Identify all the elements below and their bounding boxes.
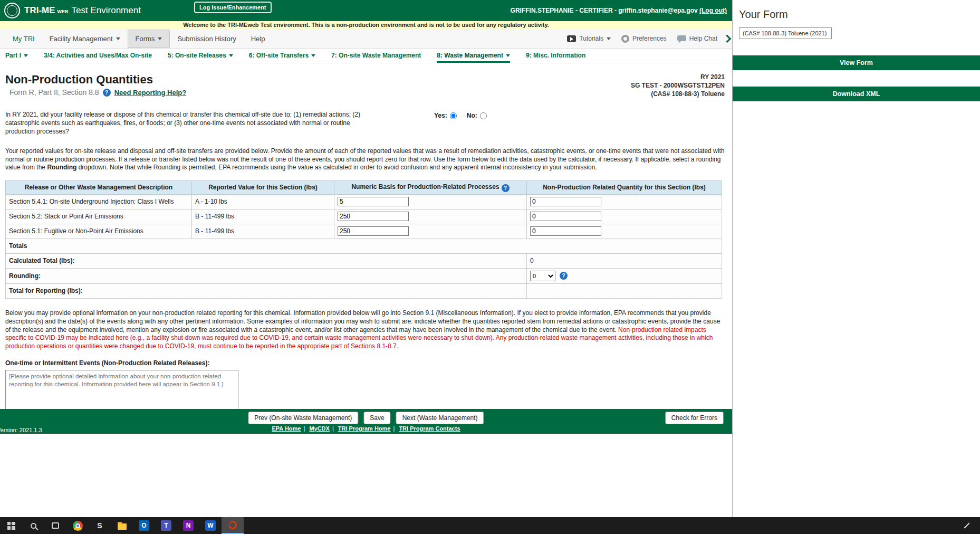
subnav-onsite-releases[interactable]: 5: On-site Releases bbox=[168, 52, 233, 63]
help-chat-menu[interactable]: Help Chat bbox=[677, 35, 717, 42]
download-xml-button[interactable]: Download XML bbox=[733, 87, 980, 101]
start-button[interactable] bbox=[0, 517, 22, 534]
events-wrap: (4000/4000 characters remaining.) bbox=[5, 367, 240, 409]
teams-glyph: T bbox=[164, 522, 168, 529]
main-nav: My TRI Facility Management Forms Submiss… bbox=[0, 29, 732, 49]
file-explorer-button[interactable] bbox=[111, 517, 133, 534]
caret-down-icon bbox=[24, 54, 28, 57]
numeric-basis-input[interactable] bbox=[338, 212, 409, 221]
calculated-total-label: Calculated Total (lbs): bbox=[6, 253, 527, 268]
chrome-taskbar-button[interactable] bbox=[66, 517, 89, 534]
logout-link[interactable]: (Log out) bbox=[699, 7, 727, 14]
caret-down-icon bbox=[607, 37, 611, 40]
caret-down-icon bbox=[116, 37, 120, 40]
nav-label: Submission History bbox=[177, 35, 236, 43]
preferences-menu[interactable]: Preferences bbox=[621, 35, 667, 43]
non-production-input[interactable] bbox=[530, 197, 601, 206]
content-row: TRI-ME WEB Test Environment Log Issue/En… bbox=[0, 0, 980, 517]
check-for-errors-button[interactable]: Check for Errors bbox=[665, 412, 724, 424]
rounding-select[interactable]: 0 bbox=[530, 271, 555, 281]
gear-icon bbox=[621, 35, 629, 43]
nav-label: My TRI bbox=[13, 35, 35, 43]
save-button[interactable]: Save bbox=[363, 412, 390, 424]
active-app-taskbar-button[interactable] bbox=[222, 517, 244, 534]
non-production-input[interactable] bbox=[530, 226, 601, 236]
events-textarea[interactable] bbox=[5, 370, 238, 409]
subnav-label: Part I bbox=[5, 52, 21, 59]
non-production-input[interactable] bbox=[530, 212, 601, 221]
outlook-taskbar-button[interactable]: O bbox=[133, 517, 155, 534]
calculated-total-value: 0 bbox=[527, 253, 722, 268]
windows-icon bbox=[7, 522, 15, 530]
help-question-icon[interactable]: ? bbox=[560, 272, 568, 280]
next-button[interactable]: Next (Waste Management) bbox=[396, 412, 484, 424]
row-reported-value: A - 1-10 lbs bbox=[192, 194, 334, 209]
nav-item-facility-management[interactable]: Facility Management bbox=[42, 30, 128, 47]
numeric-basis-input[interactable] bbox=[338, 197, 409, 206]
row-reported-value: B - 11-499 lbs bbox=[192, 209, 334, 224]
app-brand: TRI-ME WEB Test Environment bbox=[24, 5, 141, 16]
view-form-button[interactable]: View Form bbox=[733, 55, 980, 70]
help-question-icon[interactable]: ? bbox=[502, 184, 510, 192]
no-radio[interactable] bbox=[480, 112, 487, 119]
onenote-taskbar-button[interactable]: N bbox=[177, 517, 199, 534]
help-question-icon[interactable]: ? bbox=[103, 89, 111, 97]
nav-item-my-tri[interactable]: My TRI bbox=[5, 30, 42, 47]
subnav-label: 7: On-site Waste Management bbox=[331, 52, 421, 59]
nav-label: Help bbox=[251, 35, 265, 43]
teams-taskbar-button[interactable]: T bbox=[155, 517, 177, 534]
screen: TRI-ME WEB Test Environment Log Issue/En… bbox=[0, 0, 980, 534]
task-view-button[interactable] bbox=[44, 517, 66, 534]
pen-workspace-button[interactable] bbox=[956, 517, 978, 534]
word-taskbar-button[interactable]: W bbox=[199, 517, 222, 534]
non-production-cell bbox=[527, 194, 722, 209]
subnav-label: 8: Waste Management bbox=[437, 52, 503, 59]
caret-down-icon bbox=[506, 54, 510, 57]
env-banner: Welcome to the TRI-MEweb Test environmen… bbox=[0, 21, 732, 29]
footer-links: EPA Home| MyCDX| TRI Program Home| TRI P… bbox=[0, 425, 732, 432]
subnav-offsite-transfers[interactable]: 6: Off-site Transfers bbox=[249, 52, 315, 63]
nav-item-submission-history[interactable]: Submission History bbox=[170, 30, 243, 47]
row-reported-value: B - 11-499 lbs bbox=[192, 224, 334, 239]
link-separator: | bbox=[393, 425, 395, 432]
subnav-label: 6: Off-site Transfers bbox=[249, 52, 309, 59]
tri-program-contacts-link[interactable]: TRI Program Contacts bbox=[399, 425, 460, 432]
nav-scroll-right-icon[interactable] bbox=[723, 34, 732, 43]
mycdx-link[interactable]: MyCDX bbox=[309, 425, 330, 432]
tutorials-menu[interactable]: Tutorials bbox=[567, 35, 611, 42]
need-reporting-help-link[interactable]: Need Reporting Help? bbox=[114, 89, 187, 97]
nav-item-forms[interactable]: Forms bbox=[128, 30, 170, 48]
caret-down-icon bbox=[229, 54, 233, 57]
prev-button[interactable]: Prev (On-site Waste Management) bbox=[248, 412, 358, 424]
epa-home-link[interactable]: EPA Home bbox=[272, 425, 301, 432]
total-reporting-row: Total for Reporting (lbs): bbox=[6, 283, 722, 298]
numeric-basis-input[interactable] bbox=[338, 226, 409, 236]
subnav-activities-uses[interactable]: 3/4: Activities and Uses/Max On-site bbox=[44, 52, 152, 63]
subnav-part-i[interactable]: Part I bbox=[5, 52, 28, 63]
your-form-sidebar: Your Form (CAS# 108-88-3) Toluene (2021)… bbox=[732, 0, 980, 517]
nav-button-group: Prev (On-site Waste Management) Save Nex… bbox=[248, 412, 484, 424]
subnav-label: 9: Misc. Information bbox=[526, 52, 585, 59]
skype-taskbar-button[interactable]: S bbox=[89, 517, 111, 534]
table-row: Section 5.1: Fugitive or Non-Point Air E… bbox=[6, 224, 722, 239]
table-row: Section 5.2: Stack or Point Air Emission… bbox=[6, 209, 722, 224]
link-separator: | bbox=[332, 425, 334, 432]
intro-bold-word: Rounding bbox=[47, 164, 76, 171]
rounding-label: Rounding: bbox=[6, 268, 527, 283]
tri-program-home-link[interactable]: TRI Program Home bbox=[338, 425, 391, 432]
folder-icon bbox=[118, 523, 127, 530]
outlook-glyph: O bbox=[141, 522, 146, 529]
numeric-basis-cell bbox=[334, 194, 527, 209]
subnav-misc-information[interactable]: 9: Misc. Information bbox=[526, 52, 585, 63]
search-button[interactable] bbox=[22, 517, 44, 534]
subnav-onsite-waste-management[interactable]: 7: On-site Waste Management bbox=[331, 52, 421, 63]
form-selector[interactable]: (CAS# 108-88-3) Toluene (2021) bbox=[739, 27, 832, 39]
nav-item-help[interactable]: Help bbox=[244, 30, 273, 47]
page-title: Non-Production Quantities bbox=[5, 73, 186, 87]
facility-id: SG TEST - 2000WSGTST12PEN bbox=[631, 81, 725, 90]
yes-radio[interactable] bbox=[450, 112, 457, 119]
non-production-cell bbox=[527, 209, 722, 224]
subnav-waste-management[interactable]: 8: Waste Management bbox=[437, 52, 510, 63]
onenote-glyph: N bbox=[186, 522, 191, 529]
log-issue-button[interactable]: Log Issue/Enhancement bbox=[194, 2, 272, 13]
